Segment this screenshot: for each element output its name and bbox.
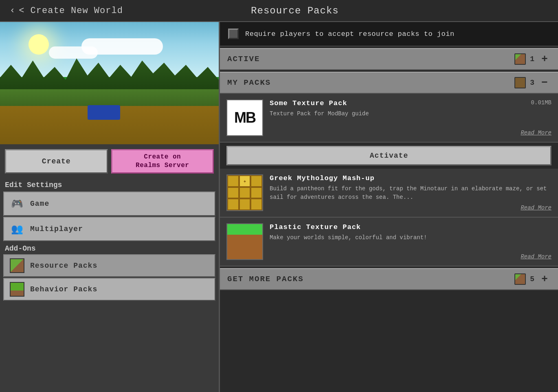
plastic-top [227,224,262,235]
read-more-some-texture-button[interactable]: Read More [521,130,551,136]
pack-title-plastic: Plastic Texture Pack [270,223,551,231]
activate-button[interactable]: Activate [226,146,551,165]
pack-item-info-greek: Greek Mythology Mash-up Build a pantheon… [270,174,551,202]
top-bar: ‹ < Create New World Resource Packs [0,0,558,22]
settings-label-multiplayer: Multiplayer [30,225,83,233]
multiplayer-icon: 👥 [10,222,24,236]
left-panel: Create Create onRealms Server Edit Setti… [0,22,220,392]
gc6 [250,187,262,199]
realms-button[interactable]: Create onRealms Server [111,149,214,174]
read-more-plastic-button[interactable]: Read More [521,253,551,260]
plastic-thumb [226,223,263,260]
settings-item-game[interactable]: 🎮 Game [3,192,215,216]
my-packs-label: MY PACKS [227,78,271,87]
gc7 [227,198,239,210]
back-label: < Create New World [19,6,123,16]
pack-title-some-texture: Some Texture Pack [270,99,551,107]
gc9 [250,198,262,210]
sun [29,34,49,55]
my-packs-book-icon [514,77,526,88]
active-section-right: 1 + [514,53,551,65]
addon-label-behavior-packs: Behavior Packs [30,285,97,293]
greek-thumb [226,174,263,211]
gc1 [227,175,239,187]
addons-title: Add-Ons [0,241,219,254]
realms-label: Create onRealms Server [136,153,189,169]
back-button[interactable]: ‹ < Create New World [10,6,123,16]
read-more-greek-button[interactable]: Read More [521,205,551,211]
plastic-bottom [227,235,262,259]
gc2 [239,175,251,187]
addon-label-resource-packs: Resource Packs [30,262,97,270]
require-text: Require players to accept resource packs… [245,30,455,38]
behavior-pack-icon [10,282,24,297]
resource-pack-icon [10,258,24,273]
active-label: ACTIVE [227,55,260,64]
active-section-header: ACTIVE 1 + [220,48,558,70]
get-more-plus-button[interactable]: + [538,273,551,285]
pack-size-some-texture: 0.01MB [531,99,551,106]
action-buttons: Create Create onRealms Server [0,144,219,178]
cloud2 [81,38,163,55]
mb-logo-thumb: MB [226,99,263,136]
get-more-label: GET MORE PACKS [227,275,304,284]
page-title: Resource Packs [251,5,339,16]
my-packs-section-header: MY PACKS 3 − [220,72,558,94]
my-packs-count: 3 [530,79,534,87]
main-layout: Create Create onRealms Server Edit Setti… [0,22,558,392]
gc5 [239,187,251,199]
world-preview [0,22,219,144]
pack-item-plastic: Plastic Texture Pack Make your worlds si… [220,218,558,266]
get-more-count-icon [514,273,526,285]
pack-desc-greek: Build a pantheon fit for the gods, trap … [270,185,551,202]
right-panel: Require players to accept resource packs… [220,22,558,392]
get-more-section-header: GET MORE PACKS 5 + [220,268,558,290]
get-more-count: 5 [530,275,534,283]
pack-desc-plastic: Make your worlds simple, colorful and vi… [270,233,551,242]
edit-settings-title: Edit Settings [0,178,219,192]
active-count-icon [514,53,526,65]
water [88,105,121,120]
addon-item-resource-packs[interactable]: Resource Packs [3,254,215,277]
gc3 [250,175,262,187]
settings-list: 🎮 Game 👥 Multiplayer [0,192,219,241]
pack-item-greek: Greek Mythology Mash-up Build a pantheon… [220,169,558,218]
pack-desc-some-texture: Texture Pack for ModBay guide [270,110,551,118]
gc4 [227,187,239,199]
active-plus-button[interactable]: + [538,53,551,65]
require-row: Require players to accept resource packs… [220,22,558,46]
pack-title-greek: Greek Mythology Mash-up [270,174,551,182]
create-button[interactable]: Create [5,149,108,174]
my-packs-section-right: 3 − [514,77,551,89]
pack-item-some-texture: MB Some Texture Pack Texture Pack for Mo… [220,94,558,143]
game-icon: 🎮 [10,196,24,211]
back-arrow-icon: ‹ [10,6,15,16]
pack-item-info-some-texture: Some Texture Pack Texture Pack for ModBa… [270,99,551,118]
require-checkbox[interactable] [228,29,239,39]
settings-label-game: Game [30,200,49,208]
active-count: 1 [530,55,534,63]
my-packs-minus-button[interactable]: − [538,77,551,89]
addon-item-behavior-packs[interactable]: Behavior Packs [3,278,215,301]
get-more-section-right: 5 + [514,273,551,285]
gc8 [239,198,251,210]
settings-item-multiplayer[interactable]: 👥 Multiplayer [3,217,215,241]
pack-item-info-plastic: Plastic Texture Pack Make your worlds si… [270,223,551,242]
